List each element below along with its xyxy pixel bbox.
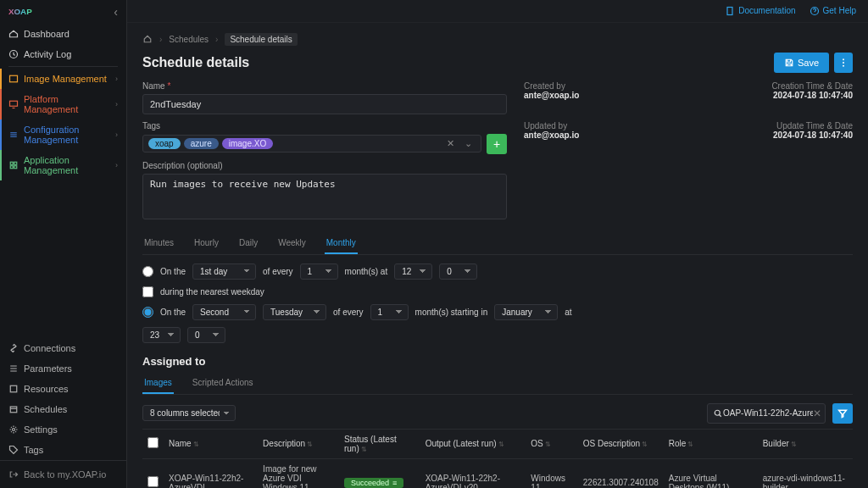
sidebar-item-connections[interactable]: Connections bbox=[0, 338, 126, 358]
link-icon bbox=[8, 343, 19, 353]
radio-ordinal[interactable] bbox=[142, 307, 153, 318]
sidebar-label: Tags bbox=[24, 445, 43, 455]
tag-icon bbox=[8, 445, 19, 455]
tab-minutes[interactable]: Minutes bbox=[142, 233, 175, 254]
platform-icon bbox=[8, 99, 19, 109]
cell-os: Windows 11 bbox=[526, 458, 577, 488]
resources-icon bbox=[8, 384, 19, 394]
sidebar-item-dashboard[interactable]: Dashboard bbox=[0, 24, 126, 44]
sidebar-item-settings[interactable]: Settings bbox=[0, 419, 126, 440]
chevron-right-icon: › bbox=[115, 100, 118, 108]
more-button[interactable] bbox=[834, 53, 853, 73]
sidebar-label: Parameters bbox=[24, 363, 72, 374]
cell-name: XOAP-Win11-22h2-AzureVDI bbox=[164, 458, 258, 488]
label-at: at bbox=[565, 308, 571, 317]
columns-select[interactable]: 8 columns selected bbox=[142, 405, 236, 421]
sidebar-item-app[interactable]: Application Management › bbox=[0, 150, 126, 180]
filter-button[interactable] bbox=[832, 403, 853, 424]
tags-chevron-icon[interactable]: ⌄ bbox=[461, 138, 476, 149]
sidebar-item-tags[interactable]: Tags bbox=[0, 440, 126, 460]
label-nearest: during the nearest weekday bbox=[160, 287, 264, 297]
tab-weekly[interactable]: Weekly bbox=[276, 233, 308, 254]
tab-hourly[interactable]: Hourly bbox=[192, 233, 220, 254]
tag-chip[interactable]: azure bbox=[184, 138, 219, 149]
sidebar-item-resources[interactable]: Resources bbox=[0, 379, 126, 399]
add-tag-button[interactable]: + bbox=[487, 134, 507, 154]
tab-daily[interactable]: Daily bbox=[237, 233, 259, 254]
utime-label: Update Time & Date bbox=[697, 121, 853, 130]
chevron-right-icon: › bbox=[115, 161, 118, 169]
sidebar-collapse[interactable]: ‹ bbox=[114, 5, 118, 19]
clock-icon bbox=[8, 49, 19, 59]
clear-tags-icon[interactable]: ✕ bbox=[443, 138, 458, 149]
sidebar-item-parameters[interactable]: Parameters bbox=[0, 358, 126, 379]
sel-min1[interactable]: 0 bbox=[439, 263, 477, 280]
name-label: Name bbox=[142, 81, 507, 91]
tab-scripted[interactable]: Scripted Actions bbox=[191, 373, 255, 394]
tag-chip[interactable]: xoap bbox=[148, 138, 181, 149]
help-link[interactable]: Get Help bbox=[810, 6, 856, 16]
sidebar-item-image[interactable]: Image Management › bbox=[0, 69, 126, 89]
clear-search-icon[interactable]: ✕ bbox=[813, 408, 821, 419]
radio-firstday[interactable] bbox=[142, 266, 153, 277]
th-status: Status (Latest run)⇅ bbox=[339, 429, 420, 458]
svg-point-10 bbox=[13, 429, 15, 431]
utime-value: 2024-07-18 10:47:40 bbox=[697, 130, 853, 140]
sel-min2[interactable]: 0 bbox=[187, 327, 225, 343]
label-monthsstart: month(s) starting in bbox=[415, 308, 488, 317]
app-icon bbox=[8, 160, 19, 170]
save-button[interactable]: Save bbox=[774, 53, 829, 73]
sidebar-item-platform[interactable]: Platform Management › bbox=[0, 89, 126, 119]
th-name: Name⇅ bbox=[164, 429, 258, 458]
chk-nearest[interactable] bbox=[142, 286, 153, 297]
th-desc: Description⇅ bbox=[258, 429, 339, 458]
svg-rect-7 bbox=[14, 166, 17, 169]
updatedby-label: Updated by bbox=[524, 121, 680, 130]
sel-ordinal[interactable]: Second bbox=[192, 304, 256, 320]
images-table: Name⇅ Description⇅ Status (Latest run)⇅ … bbox=[142, 429, 853, 488]
svg-rect-11 bbox=[727, 7, 732, 14]
cell-role: Azure Virtual Desktops (W11) bbox=[664, 458, 758, 488]
chevron-right-icon: › bbox=[115, 130, 118, 139]
sel-hour2[interactable]: 23 bbox=[142, 327, 181, 343]
desc-input[interactable]: Run images to receive new Updates bbox=[142, 174, 507, 219]
sidebar: XOAP ‹ Dashboard Activity Log Image Mana… bbox=[0, 0, 127, 488]
dashboard-icon bbox=[8, 29, 19, 39]
breadcrumb-schedules[interactable]: Schedules bbox=[169, 35, 209, 44]
sel-day[interactable]: 1st day bbox=[192, 263, 256, 280]
svg-rect-2 bbox=[10, 75, 18, 82]
back-link[interactable]: Back to my.XOAP.io bbox=[0, 460, 126, 488]
tags-input[interactable]: xoap azure image.XO ✕ ⌄ bbox=[142, 135, 481, 152]
gear-icon bbox=[8, 424, 19, 435]
sel-nmonths2[interactable]: 1 bbox=[370, 304, 409, 320]
ctime-value: 2024-07-18 10:47:40 bbox=[697, 91, 853, 100]
sidebar-item-schedules[interactable]: Schedules bbox=[0, 399, 126, 419]
config-icon bbox=[8, 130, 19, 140]
table-row[interactable]: XOAP-Win11-22h2-AzureVDI Image for new A… bbox=[142, 458, 853, 488]
sel-startmonth[interactable]: January bbox=[494, 304, 558, 320]
sidebar-label: Resources bbox=[24, 384, 69, 394]
sidebar-item-activity[interactable]: Activity Log bbox=[0, 44, 126, 64]
search-input[interactable] bbox=[723, 408, 813, 418]
select-all[interactable] bbox=[147, 437, 159, 448]
sel-nmonths1[interactable]: 1 bbox=[300, 263, 338, 280]
tag-chip[interactable]: image.XO bbox=[222, 138, 273, 149]
sidebar-label: Configuration Management bbox=[24, 125, 110, 145]
sel-hour1[interactable]: 12 bbox=[394, 263, 432, 280]
name-input[interactable] bbox=[142, 94, 507, 114]
home-icon[interactable] bbox=[142, 34, 153, 44]
search-box[interactable]: ✕ bbox=[707, 403, 826, 424]
sidebar-label: Dashboard bbox=[24, 29, 70, 39]
sidebar-item-config[interactable]: Configuration Management › bbox=[0, 119, 126, 150]
tab-monthly[interactable]: Monthly bbox=[325, 233, 358, 254]
tab-images[interactable]: Images bbox=[142, 373, 174, 394]
svg-point-13 bbox=[843, 58, 844, 60]
th-role: Role⇅ bbox=[664, 429, 758, 458]
row-select[interactable] bbox=[147, 476, 159, 487]
documentation-link[interactable]: Documentation bbox=[725, 6, 795, 16]
th-builder: Builder⇅ bbox=[758, 429, 853, 458]
sel-dow[interactable]: Tuesday bbox=[263, 304, 326, 320]
doc-label: Documentation bbox=[738, 6, 795, 15]
label-onthe2: On the bbox=[160, 308, 186, 317]
tags-label: Tags bbox=[142, 121, 507, 130]
